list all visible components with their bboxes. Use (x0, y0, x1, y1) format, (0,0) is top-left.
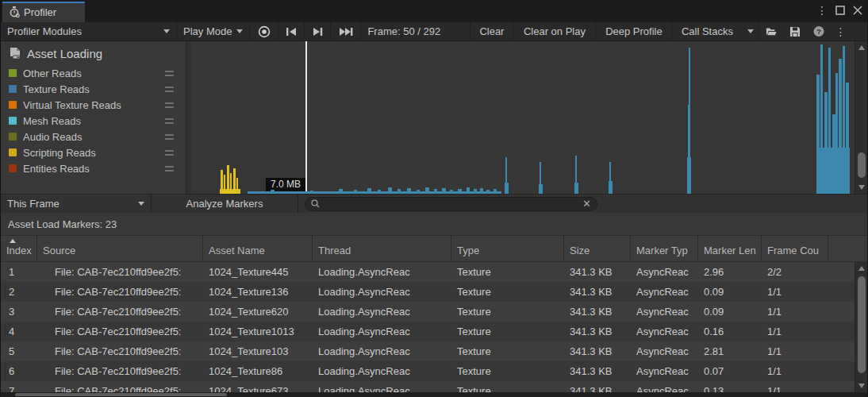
chart-bar (839, 59, 842, 194)
next-frame-button[interactable] (305, 22, 331, 40)
legend-item-virtual-texture-reads[interactable]: Virtual Texture Reads (1, 97, 186, 113)
legend-color-swatch (9, 101, 17, 109)
legend-item-other-reads[interactable]: Other Reads (1, 65, 186, 81)
column-header-marker-typ[interactable]: Marker Typ (631, 236, 698, 261)
column-header-frame-cou[interactable]: Frame Cou (762, 236, 828, 261)
table-row[interactable]: 1File: CAB-7ec210ffd9ee2f5:1024_Texture4… (1, 262, 855, 282)
table-row[interactable]: 5File: CAB-7ec210ffd9ee2f5:1024_Texture1… (1, 341, 855, 361)
cell-asset-name: 1024_Texture103 (203, 345, 313, 357)
window-menu-icon[interactable]: ⋮ (816, 3, 828, 17)
column-header-marker-len[interactable]: Marker Len (698, 236, 762, 261)
close-icon[interactable] (853, 6, 862, 15)
table-header: IndexSourceAsset NameThreadTypeSizeMarke… (1, 235, 867, 262)
load-profile-button[interactable] (759, 22, 783, 40)
cell-thread: Loading.AsyncReac (313, 365, 451, 377)
chart-bar (417, 190, 420, 194)
cell-frame-count: 1/1 (762, 306, 828, 318)
cell-size: 341.3 KB (564, 385, 631, 392)
drag-handle-icon[interactable] (165, 71, 174, 76)
jump-to-last-frame-button[interactable] (331, 22, 361, 40)
scroll-down-icon[interactable] (858, 185, 865, 190)
cell-marker-length: 0.13 (698, 385, 762, 392)
save-profile-button[interactable] (783, 22, 807, 40)
chart-bar (339, 189, 343, 194)
call-stacks-dropdown[interactable] (742, 22, 759, 40)
scroll-up-icon[interactable] (858, 266, 865, 271)
analyze-markers-button[interactable]: Analyze Markers (152, 195, 298, 213)
window-titlebar: Profiler ⋮ (1, 0, 867, 22)
deep-profile-toggle[interactable]: Deep Profile (596, 22, 672, 40)
legend-item-texture-reads[interactable]: Texture Reads (1, 81, 186, 97)
drag-handle-icon[interactable] (165, 134, 174, 140)
scrollbar-thumb[interactable] (15, 393, 227, 396)
cell-asset-name: 1024_Texture136 (203, 286, 313, 298)
legend-item-audio-reads[interactable]: Audio Reads (1, 129, 186, 145)
drag-handle-icon[interactable] (165, 87, 174, 92)
selected-frame-playhead[interactable] (305, 41, 307, 194)
table-row[interactable]: 6File: CAB-7ec210ffd9ee2f5:1024_Texture8… (1, 361, 855, 381)
cell-index: 6 (1, 365, 37, 377)
cell-type: Texture (451, 385, 564, 392)
frame-chart[interactable]: 7.0 MB (186, 41, 855, 194)
cell-size: 341.3 KB (564, 345, 631, 357)
cell-marker-length: 2.81 (698, 345, 762, 357)
maximize-icon[interactable] (835, 6, 845, 15)
cell-size: 341.3 KB (564, 286, 631, 298)
jump-to-first-frame-button[interactable] (278, 22, 305, 40)
call-stacks-toggle[interactable]: Call Stacks (672, 22, 742, 40)
cell-frame-count: 1/1 (762, 286, 828, 298)
drag-handle-icon[interactable] (165, 166, 174, 172)
help-button[interactable]: ? (807, 22, 831, 40)
frame-scope-dropdown[interactable]: This Frame (1, 195, 152, 213)
drag-handle-icon[interactable] (165, 118, 174, 124)
column-header-index[interactable]: Index (1, 236, 37, 261)
search-field[interactable]: ✕ (305, 197, 597, 211)
tab-title: Profiler (24, 6, 56, 18)
column-header-thread[interactable]: Thread (313, 236, 451, 261)
legend-item-scripting-reads[interactable]: Scripting Reads (1, 145, 186, 160)
scrollbar-thumb[interactable] (858, 152, 866, 178)
table-row[interactable]: 4File: CAB-7ec210ffd9ee2f5:1024_Texture1… (1, 322, 855, 341)
chart-bar (378, 190, 381, 194)
cell-index: 2 (1, 286, 37, 298)
cell-index: 5 (1, 345, 37, 357)
legend-item-mesh-reads[interactable]: Mesh Reads (1, 113, 186, 129)
chart-bar (310, 191, 313, 194)
cell-marker-type: AsyncReac (631, 365, 698, 377)
search-input[interactable] (324, 198, 582, 210)
chart-bar (354, 190, 357, 194)
column-header-asset-name[interactable]: Asset Name (203, 236, 313, 261)
column-header-source[interactable]: Source (37, 236, 203, 261)
scrollbar-thumb[interactable] (858, 276, 866, 373)
table-row[interactable]: 3File: CAB-7ec210ffd9ee2f5:1024_Texture6… (1, 302, 855, 322)
scroll-up-icon[interactable] (858, 45, 865, 50)
drag-handle-icon[interactable] (165, 102, 174, 108)
cell-asset-name: 1024_Texture445 (203, 266, 313, 278)
details-toolbar: This Frame Analyze Markers ✕ (1, 194, 867, 213)
column-header-size[interactable]: Size (564, 236, 631, 261)
play-mode-dropdown[interactable]: Play Mode (177, 22, 250, 40)
table-horizontal-scrollbar[interactable] (1, 392, 867, 397)
toolbar-menu-button[interactable]: ⋮ (831, 22, 850, 40)
chart-scrollbar[interactable] (855, 41, 867, 194)
scroll-down-icon[interactable] (858, 384, 865, 388)
chart-bar (843, 46, 845, 194)
clear-on-play-toggle[interactable]: Clear on Play (513, 22, 596, 40)
clear-button[interactable]: Clear (470, 22, 513, 40)
table-row[interactable]: 2File: CAB-7ec210ffd9ee2f5:1024_Texture1… (1, 282, 855, 302)
column-header-filler (828, 236, 867, 261)
record-button[interactable] (250, 22, 278, 40)
table-row[interactable]: 7File: CAB-7ec210ffd9ee2f5:1024_Texture6… (1, 381, 855, 392)
column-header-type[interactable]: Type (451, 236, 564, 261)
module-header[interactable]: Asset Loading (1, 41, 186, 65)
help-icon: ? (813, 25, 824, 37)
tab-profiler[interactable]: Profiler (2, 2, 85, 22)
profiler-modules-dropdown[interactable]: Profiler Modules (1, 22, 177, 40)
chart-bar (467, 187, 470, 194)
marker-count-row: Asset Load Markers: 23 (1, 213, 867, 235)
legend-item-entities-reads[interactable]: Entities Reads (1, 160, 186, 176)
clear-search-icon[interactable]: ✕ (582, 199, 591, 209)
drag-handle-icon[interactable] (165, 150, 174, 156)
chart-bar (575, 156, 577, 194)
table-scrollbar[interactable] (855, 262, 867, 392)
